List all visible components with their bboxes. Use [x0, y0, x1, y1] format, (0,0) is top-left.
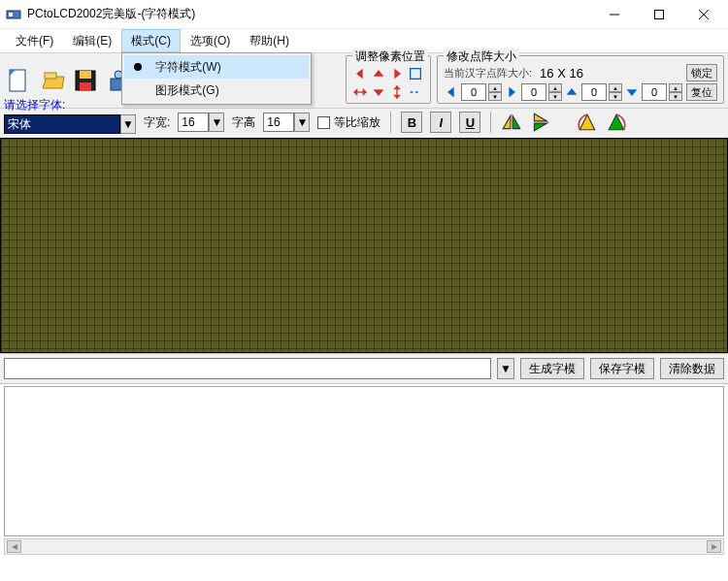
arrow-left-icon[interactable]: [352, 66, 368, 81]
offset-d-input[interactable]: [642, 83, 667, 101]
offset-a-spin[interactable]: ▲▼: [488, 83, 502, 101]
lock-button[interactable]: 锁定: [686, 64, 717, 81]
scale-checkbox-label: 等比缩放: [334, 114, 381, 131]
offset-d-spin[interactable]: ▲▼: [669, 83, 682, 101]
char-height-input[interactable]: [263, 113, 294, 132]
menu-options[interactable]: 选项(O): [181, 29, 240, 52]
flip-v-icon[interactable]: [530, 112, 551, 133]
svg-rect-12: [80, 82, 91, 90]
offset-down-icon: [624, 84, 640, 100]
svg-marker-17: [394, 68, 401, 79]
scale-checkbox[interactable]: 等比缩放: [317, 114, 381, 131]
svg-marker-33: [535, 113, 547, 121]
offset-left-icon: [444, 84, 459, 100]
svg-marker-28: [509, 87, 515, 98]
svg-marker-15: [356, 68, 363, 79]
char-width-input[interactable]: [178, 113, 209, 132]
svg-rect-3: [655, 10, 664, 18]
offset-c-spin[interactable]: ▲▼: [609, 83, 622, 101]
underline-button[interactable]: U: [459, 112, 480, 133]
arrow-down-icon[interactable]: [371, 84, 386, 100]
svg-marker-27: [447, 87, 454, 98]
horizontal-scrollbar[interactable]: ◀ ▶: [4, 538, 724, 555]
svg-marker-16: [373, 70, 383, 77]
chevron-down-icon[interactable]: ▼: [294, 113, 310, 132]
scroll-left-icon[interactable]: ◀: [7, 540, 21, 553]
generate-button[interactable]: 生成字模: [520, 358, 584, 379]
offset-up-icon: [564, 84, 579, 100]
chevron-down-icon[interactable]: ▼: [120, 114, 136, 134]
svg-marker-29: [567, 88, 578, 95]
close-button[interactable]: [681, 0, 726, 29]
mode-dropdown-graphic[interactable]: 图形模式(G): [124, 79, 309, 102]
shrink-v-icon[interactable]: [389, 84, 405, 100]
svg-marker-31: [504, 115, 512, 128]
menu-mode[interactable]: 模式(C) 字符模式(W) 图形模式(G): [121, 29, 181, 52]
font-input[interactable]: [4, 114, 120, 134]
dash-icon[interactable]: [408, 84, 423, 100]
current-size-label: 当前汉字点阵大小:: [444, 66, 532, 81]
offset-b-input[interactable]: [521, 83, 546, 101]
bold-button[interactable]: B: [401, 112, 422, 133]
chevron-down-icon[interactable]: ▼: [209, 113, 224, 132]
flip-h-icon[interactable]: [501, 112, 522, 133]
svg-rect-9: [45, 73, 56, 79]
font-prompt-label: 请选择字体:: [4, 97, 136, 113]
mode-dropdown-char[interactable]: 字符模式(W): [124, 55, 309, 79]
svg-marker-30: [627, 89, 638, 96]
clear-data-button[interactable]: 清除数据: [660, 358, 724, 379]
char-height-label: 字高: [232, 114, 255, 131]
save-file-icon[interactable]: [70, 65, 101, 96]
reset-button[interactable]: 复位: [686, 83, 717, 101]
svg-marker-25: [393, 94, 401, 98]
square-icon[interactable]: [408, 66, 423, 81]
save-font-button[interactable]: 保存字模: [590, 358, 654, 379]
menu-file[interactable]: 文件(F): [6, 29, 63, 52]
generate-row: ▼ 生成字模 保存字模 清除数据: [0, 353, 728, 384]
dot-matrix-group: 修改点阵大小 当前汉字点阵大小: 16 X 16 锁定 ▲▼ ▲▼ ▲▼: [437, 55, 724, 104]
svg-marker-24: [393, 85, 401, 89]
offset-a-input[interactable]: [461, 83, 486, 101]
scroll-right-icon[interactable]: ▶: [707, 540, 721, 553]
svg-rect-11: [80, 71, 91, 79]
rotate-right-icon[interactable]: [606, 112, 627, 133]
italic-button[interactable]: I: [430, 112, 451, 133]
new-file-icon[interactable]: [4, 65, 35, 96]
arrow-up-icon[interactable]: [371, 66, 386, 81]
window-title: PCtoLCD2002完美版-(字符模式): [27, 6, 592, 22]
svg-rect-1: [9, 13, 13, 16]
svg-rect-18: [410, 68, 420, 79]
font-row: 请选择字体: ▼ 字宽: ▼ 字高 ▼ 等比缩放 B I U: [0, 109, 728, 138]
separator: [390, 112, 391, 133]
output-textarea[interactable]: [4, 386, 724, 536]
arrow-right-icon[interactable]: [389, 66, 405, 81]
svg-marker-22: [373, 89, 383, 96]
menu-help[interactable]: 帮助(H): [240, 29, 299, 52]
title-bar: PCtoLCD2002完美版-(字符模式): [0, 0, 728, 29]
char-text-dropdown[interactable]: ▼: [497, 358, 514, 379]
minimize-button[interactable]: [592, 0, 637, 29]
bullet-icon: [134, 63, 142, 71]
pixel-canvas[interactable]: [0, 138, 728, 353]
mode-dropdown: 字符模式(W) 图形模式(G): [121, 52, 312, 105]
svg-marker-20: [353, 88, 357, 96]
char-text-input[interactable]: [4, 358, 491, 379]
checkbox-box[interactable]: [317, 116, 330, 129]
svg-marker-34: [535, 123, 547, 131]
pixel-pos-label: 调整像素位置: [352, 48, 428, 65]
char-width-combo[interactable]: ▼: [178, 113, 224, 132]
menu-mode-label: 模式(C): [131, 33, 171, 49]
pixel-position-group: 调整像素位置: [346, 55, 431, 104]
svg-marker-32: [513, 115, 520, 128]
maximize-button[interactable]: [637, 0, 681, 29]
rotate-left-icon[interactable]: [577, 112, 598, 133]
shrink-h-icon[interactable]: [352, 84, 368, 100]
open-file-icon[interactable]: [37, 65, 68, 96]
current-size-value: 16 X 16: [540, 66, 583, 81]
offset-c-input[interactable]: [581, 83, 607, 101]
app-icon: [6, 7, 21, 22]
font-combo[interactable]: ▼: [4, 114, 136, 134]
menu-edit[interactable]: 编辑(E): [63, 29, 121, 52]
offset-b-spin[interactable]: ▲▼: [548, 83, 562, 101]
char-height-combo[interactable]: ▼: [263, 113, 310, 132]
